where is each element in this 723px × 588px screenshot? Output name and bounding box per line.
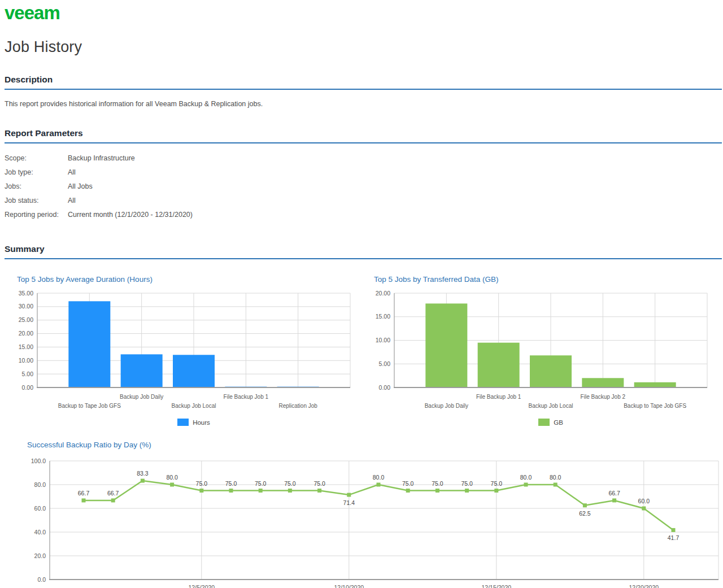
y-tick-label: 30.00 <box>19 303 33 310</box>
chart-title-transferred-data: Top 5 Jobs by Transferred Data (GB) <box>374 275 712 284</box>
summary-heading: Summary <box>5 244 722 259</box>
data-point <box>170 483 174 487</box>
data-point-label: 80.0 <box>373 474 385 481</box>
bar <box>478 343 520 387</box>
data-point <box>111 498 115 502</box>
param-row: Job status:All <box>5 193 722 207</box>
data-point <box>317 489 321 493</box>
y-tick-label: 40.0 <box>34 529 46 535</box>
data-point <box>554 483 558 487</box>
data-point <box>494 489 498 493</box>
data-point <box>229 489 233 493</box>
category-label: Backup to Tape Job GFS <box>624 403 686 409</box>
y-tick-label: 5.00 <box>22 371 34 377</box>
data-point-label: 71.4 <box>343 499 355 506</box>
chart-title-backup-ratio: Successful Backup Ratio by Day (%) <box>27 441 723 449</box>
description-section: Description This report provides histori… <box>5 75 722 108</box>
data-point <box>406 489 410 493</box>
bar-chart-transferred-data: 0.005.0010.0015.0020.00Backup Job DailyF… <box>362 289 712 410</box>
x-tick-label: 12/15/2020 <box>482 584 512 588</box>
chart-legend-hours: Hours <box>19 419 369 426</box>
y-tick-label: 0.00 <box>22 384 34 391</box>
chart-transferred-data: Top 5 Jobs by Transferred Data (GB) 0.00… <box>362 267 712 426</box>
y-tick-label: 10.00 <box>376 337 390 343</box>
data-point <box>377 483 381 487</box>
x-tick-label: 12/20/2020 <box>629 584 659 588</box>
data-point <box>583 503 587 507</box>
y-tick-label: 60.0 <box>34 505 46 512</box>
data-point-label: 83.3 <box>137 470 149 477</box>
category-label: Backup Job Local <box>172 403 216 409</box>
bar-chart-average-duration: 0.005.0010.0015.0020.0025.0030.0035.00Ba… <box>5 289 355 410</box>
param-value: All <box>68 168 76 176</box>
page-title: Job History <box>5 38 722 56</box>
description-heading: Description <box>5 75 722 90</box>
data-point <box>524 483 528 487</box>
data-point <box>141 479 145 483</box>
legend-swatch-gb <box>538 419 550 426</box>
data-point <box>347 493 351 497</box>
y-tick-label: 15.00 <box>19 343 33 350</box>
data-point <box>259 489 263 493</box>
data-point-label: 41.7 <box>668 534 680 541</box>
category-label: File Backup Job 1 <box>476 394 521 400</box>
param-label: Job status: <box>5 197 68 204</box>
chart-legend-gb: GB <box>376 419 723 426</box>
category-label: Backup Job Local <box>529 403 573 409</box>
legend-label-gb: GB <box>554 419 563 426</box>
param-label: Jobs: <box>5 182 68 190</box>
y-tick-label: 80.0 <box>34 481 46 488</box>
x-tick-label: 12/10/2020 <box>334 584 364 588</box>
category-label: Replication Job <box>278 403 317 409</box>
legend-swatch-hours <box>177 419 189 426</box>
summary-section: Summary Top 5 Jobs by Average Duration (… <box>5 244 722 588</box>
param-label: Scope: <box>5 154 68 162</box>
y-tick-label: 25.00 <box>19 316 33 323</box>
data-point-label: 80.0 <box>520 474 532 481</box>
bar <box>582 378 624 387</box>
chart-backup-ratio: Successful Backup Ratio by Day (%) 0.020… <box>21 441 723 588</box>
y-tick-label: 10.00 <box>19 357 33 364</box>
y-tick-label: 20.00 <box>376 290 390 297</box>
data-point-label: 66.7 <box>78 490 90 496</box>
bar <box>425 303 467 387</box>
veeam-logo-text: veeam <box>5 3 60 23</box>
data-point <box>465 489 469 493</box>
category-label: File Backup Job 1 <box>224 394 269 400</box>
param-value: Current month (12/1/2020 - 12/31/2020) <box>68 211 193 219</box>
y-tick-label: 35.00 <box>19 290 33 297</box>
bar <box>634 382 676 387</box>
data-point <box>612 498 616 502</box>
x-tick-label: 12/5/2020 <box>188 584 215 588</box>
data-point-label: 75.0 <box>313 480 325 487</box>
data-point-label: 66.7 <box>608 490 620 496</box>
data-point-label: 75.0 <box>491 480 503 487</box>
data-point-label: 80.0 <box>166 474 178 481</box>
category-label: Backup to Tape Job GFS <box>58 403 121 409</box>
y-tick-label: 15.00 <box>376 313 390 320</box>
param-row: Scope:Backup Infrastructure <box>5 151 722 165</box>
y-tick-label: 0.00 <box>379 384 391 391</box>
chart-average-duration: Top 5 Jobs by Average Duration (Hours) 0… <box>5 267 355 426</box>
data-point-label: 75.0 <box>225 480 237 487</box>
param-row: Reporting period:Current month (12/1/202… <box>5 207 722 221</box>
description-text: This report provides historical informat… <box>5 100 722 108</box>
data-point <box>82 498 86 502</box>
param-label: Reporting period: <box>5 211 68 219</box>
data-point <box>435 489 439 493</box>
data-point-label: 75.0 <box>196 480 208 487</box>
bar <box>173 355 215 387</box>
line-chart-backup-ratio: 0.020.040.060.080.0100.012/5/202012/10/2… <box>21 455 723 588</box>
bar <box>68 301 110 387</box>
bar <box>121 354 163 387</box>
y-tick-label: 0.0 <box>37 576 46 583</box>
param-row: Jobs:All Jobs <box>5 179 722 193</box>
veeam-logo-graphic: veeam <box>5 3 78 24</box>
data-point-label: 75.0 <box>284 480 296 487</box>
data-point-label: 80.0 <box>550 474 561 481</box>
y-tick-label: 20.00 <box>19 330 33 337</box>
param-label: Job type: <box>5 168 68 176</box>
data-point <box>672 528 676 532</box>
y-tick-label: 100.0 <box>31 458 46 464</box>
data-point <box>288 489 292 493</box>
